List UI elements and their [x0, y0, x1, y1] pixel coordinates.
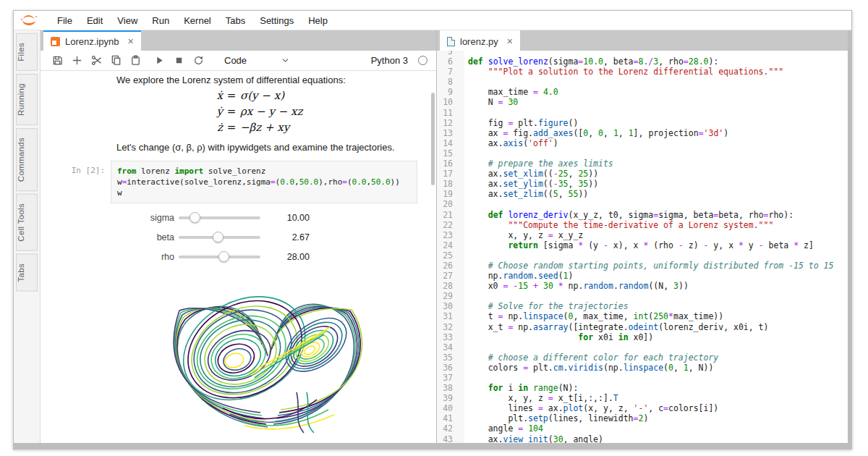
menu-kernel[interactable]: Kernel	[176, 15, 218, 26]
python-file-icon	[447, 37, 455, 46]
code-token: x0])	[629, 332, 654, 342]
code-token: (lines, linewidth	[548, 413, 634, 423]
code-token: =	[684, 56, 689, 67]
line-number: 18	[437, 179, 459, 189]
close-tab-icon[interactable]: ×	[507, 36, 513, 46]
menu-run[interactable]: Run	[145, 15, 176, 26]
line-number: 34	[437, 342, 459, 352]
line-code: N = 30	[459, 97, 518, 107]
code-token: 0.0	[280, 177, 294, 187]
code-editor[interactable]: 56def solve_lorenz(sigma=10.0, beta=8./3…	[437, 51, 848, 443]
save-icon[interactable]	[48, 53, 67, 69]
line-code: return [sigma * (y - x), x * (rho - z) -…	[459, 240, 814, 250]
close-tab-icon[interactable]: ×	[127, 36, 133, 46]
line-code: for i in range(N):	[459, 383, 578, 393]
sidebar-item-files[interactable]: Files	[16, 33, 38, 71]
code-token: ))	[391, 177, 400, 187]
add-cell-icon[interactable]	[67, 53, 87, 69]
lorenz-attractor-plot	[153, 285, 375, 434]
code-token: , rho	[658, 56, 684, 67]
code-token: # prepare the axes limits	[468, 159, 613, 169]
code-token: ax	[468, 128, 503, 138]
code-token: import	[174, 166, 203, 176]
cut-cells-icon[interactable]	[87, 53, 106, 69]
kernel-name[interactable]: Python 3	[371, 55, 408, 66]
sidebar-item-running[interactable]: Running	[16, 74, 38, 125]
code-token: set_zlim	[503, 189, 542, 199]
code-token: ((N,	[648, 281, 673, 291]
code-token: y, x	[708, 240, 739, 250]
code-token: (x_y_z, t0, sigma	[569, 210, 654, 220]
restart-kernel-icon[interactable]	[189, 53, 208, 69]
line-number: 27	[437, 271, 459, 281]
stop-kernel-icon[interactable]	[169, 53, 189, 69]
code-token: linspace	[624, 363, 663, 373]
line-code: # choose a different color for each traj…	[459, 352, 718, 363]
menu-tabs[interactable]: Tabs	[218, 15, 252, 26]
copy-cells-icon[interactable]	[106, 53, 126, 69]
notebook-tabbar: Lorenz.ipynb ×	[41, 30, 436, 51]
menu-help[interactable]: Help	[301, 15, 335, 26]
editor-line: 34	[437, 342, 848, 352]
code-token: x_t	[468, 322, 508, 332]
code-token: 1	[684, 363, 689, 373]
line-number: 20	[437, 199, 459, 209]
tab-lorenz-py[interactable]: lorenz.py ×	[440, 30, 520, 51]
code-token: ax.	[468, 179, 503, 189]
code-token: N	[468, 97, 498, 107]
code-token: (x, y, z,	[583, 403, 633, 413]
line-number: 13	[437, 128, 459, 138]
code-token: w	[117, 188, 122, 198]
equation-line: ẏ = ρx − y − xz	[205, 104, 436, 119]
code-token: w	[117, 177, 122, 187]
code-cell: In [2]: from lorenz import solve_lorenzw…	[41, 161, 436, 203]
code-token	[553, 281, 558, 291]
menu-file[interactable]: File	[50, 15, 80, 26]
menu-view[interactable]: View	[110, 15, 145, 26]
line-code: """Plot a solution to the Lorenz differe…	[459, 67, 783, 77]
menu-settings[interactable]: Settings	[252, 15, 301, 26]
slider-track[interactable]	[179, 216, 260, 219]
line-number: 16	[437, 159, 459, 169]
paste-cells-icon[interactable]	[126, 53, 145, 69]
code-token: # Choose random starting points, uniform…	[468, 261, 833, 271]
menu-bar: FileEditViewRunKernelTabsSettingsHelp	[14, 11, 851, 30]
left-activity-bar: FilesRunningCommandsCell ToolsTabs	[14, 30, 41, 443]
line-number: 41	[437, 413, 459, 423]
line-number: 37	[437, 373, 459, 383]
code-token: solve_lorenz	[488, 56, 548, 67]
editor-line: 21 def lorenz_deriv(x_y_z, t0, sigma=sig…	[437, 210, 848, 220]
run-cell-icon[interactable]	[150, 53, 169, 69]
slider-track[interactable]	[179, 236, 260, 239]
code-token: x0i	[593, 332, 618, 342]
line-number: 11	[437, 108, 459, 118]
code-token: , angle)	[563, 434, 603, 443]
line-code: ax = fig.add_axes([0, 0, 1, 1], projecti…	[459, 128, 728, 138]
cell-editor[interactable]: from lorenz import solve_lorenzw=interac…	[111, 161, 417, 203]
code-token: 35	[558, 179, 569, 189]
sidebar-item-tabs[interactable]: Tabs	[16, 254, 38, 292]
code-token: x, y, z	[468, 393, 548, 403]
sidebar-item-cell-tools[interactable]: Cell Tools	[16, 194, 38, 251]
slider-handle[interactable]	[213, 232, 224, 242]
chevron-down-icon[interactable]	[276, 53, 295, 69]
notebook-scrollbar[interactable]	[431, 93, 435, 185]
code-token: -	[759, 240, 764, 250]
code-token: np.	[513, 322, 533, 332]
cell-type-dropdown[interactable]: Code	[224, 55, 247, 66]
code-token: (	[563, 311, 569, 321]
slider-handle[interactable]	[190, 212, 200, 223]
code-token	[468, 332, 578, 342]
slider-handle[interactable]	[218, 251, 229, 262]
line-number: 40	[437, 403, 459, 413]
code-token: lorenz_deriv	[508, 210, 568, 220]
line-number: 31	[437, 311, 459, 321]
line-code	[459, 342, 468, 352]
slider-track[interactable]	[179, 256, 260, 258]
line-code: ax.set_zlim((5, 55))	[459, 189, 588, 199]
menu-edit[interactable]: Edit	[80, 15, 110, 26]
code-token: =	[271, 177, 276, 187]
code-token: 28.0	[689, 56, 709, 67]
sidebar-item-commands[interactable]: Commands	[16, 128, 38, 191]
tab-lorenz-ipynb[interactable]: Lorenz.ipynb ×	[43, 30, 141, 51]
